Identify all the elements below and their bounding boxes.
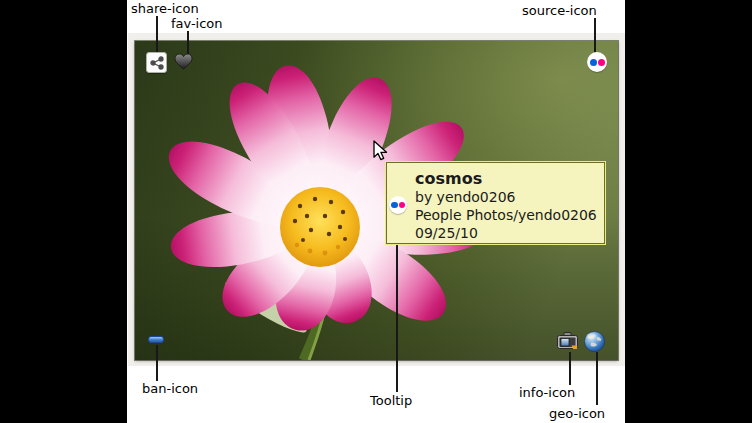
ban-icon[interactable] [148,336,164,343]
flickr-pink-dot [598,59,605,66]
info-icon[interactable] [557,332,578,350]
tooltip-photo-album: People Photos/yendo0206 [415,206,598,224]
callout-line-source [594,18,596,52]
flickr-icon [389,196,407,214]
callout-label-fav: fav-icon [171,17,223,31]
callout-line-share [156,16,158,52]
tooltip-photo-title: cosmos [415,169,598,188]
callout-label-info: info-icon [519,386,575,400]
callout-label-source: source-icon [522,4,597,18]
source-icon[interactable] [587,52,607,72]
share-glyph [150,56,164,70]
callout-line-ban [156,345,158,381]
callout-label-ban: ban-icon [142,382,198,396]
flickr-pink-dot [399,202,405,208]
photo: cosmos by yendo0206 People Photos/yendo0… [135,41,618,360]
mouse-cursor-icon [373,140,388,161]
photo-tooltip: cosmos by yendo0206 People Photos/yendo0… [386,162,605,244]
fav-icon[interactable] [174,53,193,70]
callout-line-tooltip [396,245,398,392]
right-black-bar [625,0,752,423]
flickr-blue-dot [590,59,597,66]
callout-line-fav [187,31,189,54]
callout-label-share: share-icon [131,2,199,16]
callout-line-info [569,352,571,385]
left-black-bar [0,0,127,423]
callout-label-tooltip: Tooltip [370,394,412,408]
callout-line-geo [596,352,598,405]
annotated-screensaver-screenshot: cosmos by yendo0206 People Photos/yendo0… [0,0,752,423]
flickr-blue-dot [391,202,397,208]
share-icon[interactable] [146,52,167,73]
callout-label-geo: geo-icon [549,407,605,421]
geo-icon[interactable] [584,331,605,352]
tooltip-photo-byline: by yendo0206 [415,188,598,206]
tooltip-photo-date: 09/25/10 [415,224,598,242]
